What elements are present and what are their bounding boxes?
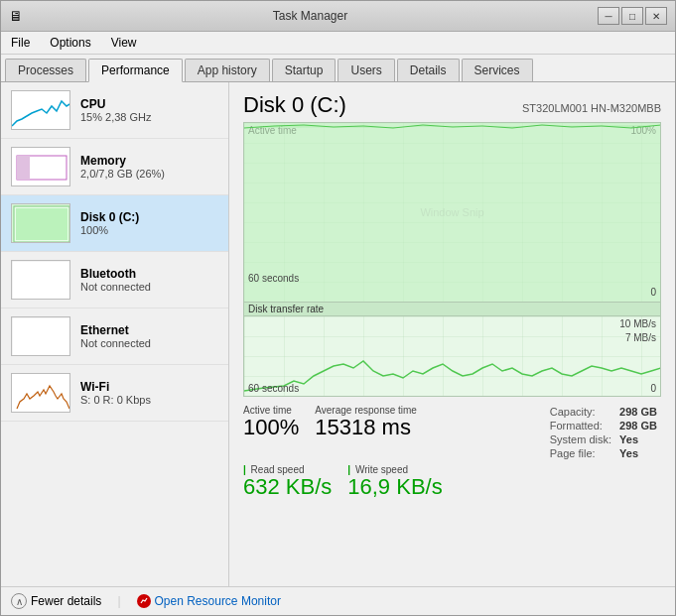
- chart-0-top: 0: [650, 287, 656, 298]
- detail-title: Disk 0 (C:): [243, 92, 346, 118]
- ethernet-label: Ethernet: [80, 323, 151, 337]
- open-resource-monitor-link[interactable]: Open Resource Monitor: [137, 594, 281, 608]
- menu-view[interactable]: View: [105, 34, 143, 52]
- stat-avg-response: Average response time 15318 ms: [315, 405, 417, 460]
- wifi-value: S: 0 R: 0 Kbps: [80, 394, 151, 406]
- bluetooth-info: Bluetooth Not connected: [80, 267, 151, 293]
- chart-top: Active time 100%: [244, 123, 660, 302]
- tab-bar: Processes Performance App history Startu…: [1, 55, 675, 82]
- menu-options[interactable]: Options: [44, 34, 96, 52]
- disk-thumbnail: [11, 203, 70, 243]
- wifi-thumbnail: [11, 373, 70, 413]
- formatted-value: 298 GB: [615, 419, 661, 432]
- cpu-thumbnail: [11, 90, 70, 130]
- page-file-label: Page file:: [546, 446, 615, 460]
- active-time-stat-value: 100%: [243, 416, 299, 439]
- fewer-details-button[interactable]: ∧ Fewer details: [11, 593, 101, 609]
- stat-right-panel: Capacity: 298 GB Formatted: 298 GB Syste…: [546, 405, 661, 460]
- detail-header: Disk 0 (C:) ST320LM001 HN-M320MBB: [243, 92, 661, 118]
- svg-rect-12: [244, 316, 660, 396]
- svg-rect-7: [12, 261, 70, 300]
- system-disk-value: Yes: [615, 432, 661, 446]
- disk-value: 100%: [80, 224, 139, 236]
- minimize-button[interactable]: ─: [598, 7, 619, 25]
- separator: |: [117, 594, 120, 608]
- cpu-label: CPU: [80, 97, 152, 111]
- task-manager-window: 🖥 Task Manager ─ □ ✕ File Options View P…: [0, 0, 676, 616]
- speed-row: | Read speed 632 KB/s | Write speed 16,9…: [243, 464, 661, 499]
- main-content: CPU 15% 2,38 GHz Memory 2,0/7,8 GB (26%): [1, 82, 675, 586]
- memory-info: Memory 2,0/7,8 GB (26%): [80, 154, 165, 180]
- wifi-info: Wi-Fi S: 0 R: 0 Kbps: [80, 380, 151, 406]
- sidebar-item-disk[interactable]: Disk 0 (C:) 100%: [1, 195, 228, 252]
- wifi-label: Wi-Fi: [80, 380, 151, 394]
- sidebar: CPU 15% 2,38 GHz Memory 2,0/7,8 GB (26%): [1, 82, 229, 586]
- chart-0-bottom: 0: [650, 383, 656, 394]
- chart-area: Active time 100%: [243, 122, 661, 397]
- capacity-value: 298 GB: [615, 405, 661, 419]
- menu-file[interactable]: File: [5, 34, 36, 52]
- disk-info: Disk 0 (C:) 100%: [80, 210, 139, 236]
- cpu-info: CPU 15% 2,38 GHz: [80, 97, 152, 123]
- capacity-label: Capacity:: [546, 405, 615, 419]
- close-button[interactable]: ✕: [645, 7, 667, 25]
- sidebar-item-ethernet[interactable]: Ethernet Not connected: [1, 308, 228, 365]
- disk-transfer-label: Disk transfer rate: [248, 304, 324, 314]
- tab-processes[interactable]: Processes: [5, 59, 86, 81]
- ethernet-thumbnail: [11, 316, 70, 356]
- fewer-details-label: Fewer details: [31, 594, 101, 608]
- avg-response-value: 15318 ms: [315, 416, 417, 439]
- chart-60sec-top: 60 seconds: [248, 273, 299, 284]
- svg-rect-0: [12, 91, 70, 130]
- cpu-value: 15% 2,38 GHz: [80, 111, 152, 123]
- svg-rect-11: [244, 123, 660, 302]
- detail-panel: Disk 0 (C:) ST320LM001 HN-M320MBB Active…: [229, 82, 675, 586]
- tab-performance[interactable]: Performance: [88, 59, 183, 82]
- detail-model: ST320LM001 HN-M320MBB: [522, 102, 661, 114]
- sidebar-item-bluetooth[interactable]: Bluetooth Not connected: [1, 252, 228, 308]
- resource-monitor-icon: [137, 594, 151, 608]
- tab-services[interactable]: Services: [462, 59, 533, 81]
- chart-bottom: 10 MB/s 7 MB/s 60 seconds 0: [244, 316, 660, 396]
- chart-60sec-bottom: 60 seconds: [248, 383, 299, 394]
- system-disk-label: System disk:: [546, 432, 615, 446]
- tab-details[interactable]: Details: [397, 59, 460, 81]
- chart-divider: Disk transfer rate: [244, 302, 660, 316]
- svg-rect-6: [16, 208, 68, 240]
- tab-app-history[interactable]: App history: [185, 59, 270, 81]
- page-file-value: Yes: [615, 446, 661, 460]
- sidebar-item-cpu[interactable]: CPU 15% 2,38 GHz: [1, 82, 228, 139]
- read-speed-value: 632 KB/s: [243, 475, 332, 499]
- window-icon: 🖥: [9, 8, 23, 24]
- bottom-bar: ∧ Fewer details | Open Resource Monitor: [1, 586, 675, 615]
- ethernet-info: Ethernet Not connected: [80, 323, 151, 349]
- title-bar: 🖥 Task Manager ─ □ ✕: [1, 1, 675, 32]
- ethernet-value: Not connected: [80, 337, 151, 349]
- fewer-details-icon: ∧: [11, 593, 27, 609]
- sidebar-item-memory[interactable]: Memory 2,0/7,8 GB (26%): [1, 139, 228, 195]
- stat-active-time: Active time 100%: [243, 405, 299, 460]
- svg-rect-8: [12, 317, 70, 356]
- window-title: Task Manager: [23, 9, 598, 23]
- stat-read-speed: | Read speed 632 KB/s: [243, 464, 332, 499]
- title-bar-controls: ─ □ ✕: [598, 7, 667, 25]
- svg-rect-3: [17, 156, 30, 180]
- restore-button[interactable]: □: [621, 7, 643, 25]
- open-rm-label: Open Resource Monitor: [155, 594, 281, 608]
- tab-startup[interactable]: Startup: [272, 59, 337, 81]
- formatted-label: Formatted:: [546, 419, 615, 432]
- stat-write-speed: | Write speed 16,9 KB/s: [347, 464, 442, 499]
- bluetooth-thumbnail: [11, 260, 70, 300]
- menu-bar: File Options View: [1, 32, 675, 55]
- bluetooth-label: Bluetooth: [80, 267, 151, 281]
- sidebar-item-wifi[interactable]: Wi-Fi S: 0 R: 0 Kbps: [1, 365, 228, 422]
- bluetooth-value: Not connected: [80, 281, 151, 293]
- memory-label: Memory: [80, 154, 165, 168]
- stats-row: Active time 100% Average response time 1…: [243, 405, 661, 460]
- memory-value: 2,0/7,8 GB (26%): [80, 168, 165, 180]
- disk-label: Disk 0 (C:): [80, 210, 139, 224]
- write-speed-value: 16,9 KB/s: [347, 475, 442, 499]
- memory-thumbnail: [11, 147, 70, 186]
- tab-users[interactable]: Users: [338, 59, 394, 81]
